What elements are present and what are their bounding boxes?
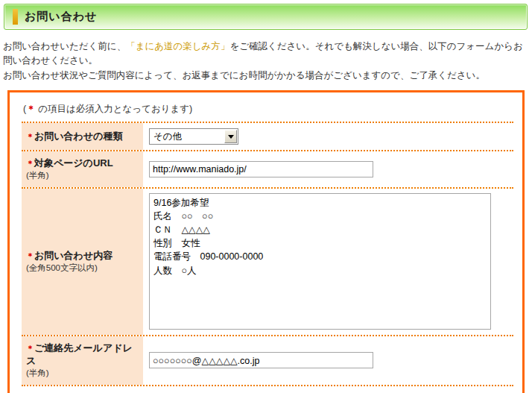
inquiry-type-label: ＊お問い合わせの種類	[26, 131, 137, 143]
required-asterisk: ＊	[26, 251, 34, 260]
contact-email-field-cell	[143, 336, 513, 385]
required-asterisk: ＊	[26, 132, 34, 141]
page-title: お問い合わせ	[25, 10, 97, 24]
target-url-input[interactable]	[149, 161, 373, 177]
inquiry-type-select[interactable]: その他	[149, 128, 238, 145]
chevron-down-icon	[228, 135, 234, 139]
form-row-inquiry-type: ＊お問い合わせの種類 その他	[22, 123, 513, 151]
contact-email-sublabel: (半角)	[26, 368, 137, 379]
required-asterisk: ＊	[26, 344, 34, 353]
inquiry-body-textarea[interactable]: 9/16参加希望 氏名 ○○ ○○ ＣＮ △△△△ 性別 女性 電話番号 090…	[149, 193, 491, 330]
inquiry-body-label-cell: ＊お問い合わせ内容 (全角500文字以内)	[22, 189, 143, 335]
required-asterisk: ＊	[26, 159, 34, 168]
form-row-target-url: ＊対象ページのURL (半角)	[22, 151, 513, 189]
intro-text: お問い合わせいただく前に、「まにあ道の楽しみ方」をご確認ください。それでも解決し…	[3, 40, 529, 83]
inquiry-body-sublabel: (全角500文字以内)	[26, 262, 137, 274]
inquiry-type-field-cell: その他	[143, 123, 513, 150]
inquiry-type-label-cell: ＊お問い合わせの種類	[22, 123, 143, 150]
inquiry-body-label: ＊お問い合わせ内容	[26, 250, 137, 262]
required-note-asterisk: ＊	[26, 104, 36, 114]
page-header: お問い合わせ	[4, 4, 528, 30]
dropdown-arrow-button[interactable]	[224, 130, 237, 143]
contact-email-label: ＊ご連絡先メールアドレス	[26, 342, 137, 368]
header-accent-bar-icon	[13, 9, 18, 25]
intro-line1-before: お問い合わせいただく前に、	[3, 41, 126, 51]
inquiry-type-selected-value: その他	[150, 131, 224, 143]
inquiry-form-table: ＊お問い合わせの種類 その他 ＊対象ページのURL (半角)	[22, 122, 513, 386]
inquiry-body-field-cell: 9/16参加希望 氏名 ○○ ○○ ＣＮ △△△△ 性別 女性 電話番号 090…	[143, 189, 513, 335]
target-url-sublabel: (半角)	[26, 170, 137, 181]
contact-email-label-cell: ＊ご連絡先メールアドレス (半角)	[22, 336, 143, 385]
form-row-inquiry-body: ＊お問い合わせ内容 (全角500文字以内) 9/16参加希望 氏名 ○○ ○○ …	[22, 189, 513, 336]
how-to-enjoy-maniado-link[interactable]: 「まにあ道の楽しみ方」	[126, 41, 229, 51]
form-row-contact-email: ＊ご連絡先メールアドレス (半角)	[22, 336, 513, 386]
target-url-label: ＊対象ページのURL	[26, 157, 137, 170]
inquiry-form-box: (＊ の項目は必須入力となっております) ＊お問い合わせの種類 その他 ＊対象ペ…	[7, 90, 525, 393]
intro-line2: お問い合わせ状況やご質問内容によって、お返事までにお時間がかかる場合がございます…	[3, 70, 485, 81]
target-url-label-cell: ＊対象ページのURL (半角)	[22, 151, 143, 187]
contact-email-input[interactable]	[149, 352, 373, 368]
target-url-field-cell	[143, 151, 513, 187]
required-note: (＊ の項目は必須入力となっております)	[23, 103, 510, 116]
required-note-text: の項目は必須入力となっております)	[36, 104, 193, 114]
